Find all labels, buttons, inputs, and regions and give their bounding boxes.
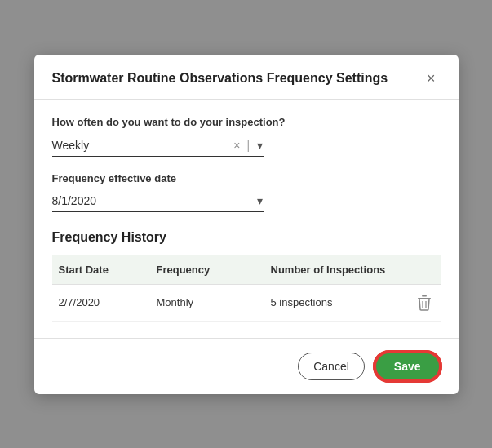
save-button[interactable]: Save xyxy=(375,352,441,381)
inspection-frequency-select: Weekly × | ▾ xyxy=(52,135,264,157)
modal-overlay: Stormwater Routine Observations Frequenc… xyxy=(0,0,492,448)
date-dropdown-button[interactable]: ▾ xyxy=(255,194,264,207)
modal-header: Stormwater Routine Observations Frequenc… xyxy=(34,55,459,100)
cancel-button[interactable]: Cancel xyxy=(298,353,365,380)
col-actions xyxy=(408,264,441,276)
row-inspections: 5 inspections xyxy=(264,296,408,308)
row-frequency: Monthly xyxy=(150,296,264,308)
inspection-frequency-label: How often do you want to do your inspect… xyxy=(52,116,441,128)
chevron-down-icon: ▾ xyxy=(257,194,263,207)
table-row: 2/7/2020 Monthly 5 inspections xyxy=(52,285,441,322)
clear-selection-button[interactable]: × xyxy=(232,139,242,152)
modal-dialog: Stormwater Routine Observations Frequenc… xyxy=(34,55,459,394)
svg-rect-0 xyxy=(418,298,431,299)
effective-date-value: 8/1/2020 xyxy=(52,194,255,207)
delete-row-button[interactable] xyxy=(408,295,441,311)
col-start-date: Start Date xyxy=(52,264,150,276)
chevron-down-icon: ▾ xyxy=(257,139,263,152)
modal-footer: Cancel Save xyxy=(34,338,459,394)
effective-date-label: Frequency effective date xyxy=(52,172,441,184)
frequency-dropdown-button[interactable]: ▾ xyxy=(255,139,264,152)
modal-title: Stormwater Routine Observations Frequenc… xyxy=(52,71,422,86)
frequency-history-title: Frequency History xyxy=(52,230,441,245)
trash-icon xyxy=(417,295,432,311)
effective-date-picker: 8/1/2020 ▾ xyxy=(52,191,264,212)
row-start-date: 2/7/2020 xyxy=(52,296,150,308)
svg-rect-1 xyxy=(422,295,427,297)
table-header: Start Date Frequency Number of Inspectio… xyxy=(52,255,441,285)
select-divider: | xyxy=(246,138,250,153)
col-inspections: Number of Inspections xyxy=(264,264,408,276)
col-frequency: Frequency xyxy=(150,264,264,276)
close-button[interactable]: × xyxy=(422,69,441,87)
inspection-frequency-value: Weekly xyxy=(52,139,233,152)
modal-body: How often do you want to do your inspect… xyxy=(34,100,459,338)
